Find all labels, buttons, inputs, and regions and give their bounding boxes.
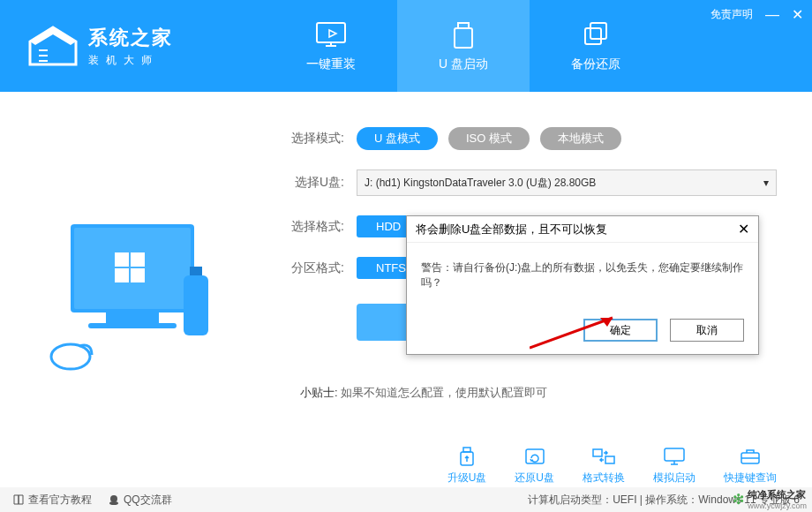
dialog-body: 警告：请自行备份(J:)盘上的所有数据，以免丢失，您确定要继续制作吗？ bbox=[407, 243, 758, 312]
mode-local-button[interactable]: 本地模式 bbox=[540, 127, 621, 150]
udisk-label: 选择U盘: bbox=[282, 175, 344, 191]
top-tabs: 一键重装 U 盘启动 备份还原 bbox=[265, 0, 662, 92]
restore-icon bbox=[523, 446, 547, 467]
tab-one-key-install[interactable]: 一键重装 bbox=[265, 0, 397, 92]
tool-hotkey-lookup[interactable]: 快捷键查询 bbox=[724, 446, 777, 486]
qq-icon bbox=[108, 493, 120, 506]
usb-drive-icon bbox=[446, 19, 481, 51]
svg-rect-21 bbox=[665, 448, 684, 461]
svg-point-24 bbox=[109, 501, 118, 505]
disclaimer-link[interactable]: 免责声明 bbox=[710, 7, 753, 22]
mode-iso-button[interactable]: ISO 模式 bbox=[448, 127, 530, 150]
book-icon bbox=[12, 493, 25, 506]
close-button[interactable]: ✕ bbox=[792, 8, 803, 22]
tool-convert-format[interactable]: 格式转换 bbox=[583, 446, 625, 486]
monitor-cursor-icon bbox=[313, 19, 349, 51]
minimize-button[interactable]: — bbox=[765, 8, 779, 22]
svg-rect-12 bbox=[88, 323, 177, 328]
tip-label: 小贴士: bbox=[300, 386, 338, 399]
svg-rect-14 bbox=[184, 275, 208, 335]
svg-rect-0 bbox=[317, 23, 345, 42]
mode-label: 选择模式: bbox=[282, 131, 344, 147]
mode-usb-button[interactable]: U 盘模式 bbox=[357, 127, 438, 150]
dialog-title: 将会删除U盘全部数据，且不可以恢复 bbox=[416, 222, 607, 237]
monitor-icon bbox=[662, 446, 687, 467]
part-label: 分区格式: bbox=[282, 260, 344, 276]
leaf-icon: ❇ bbox=[733, 491, 744, 508]
house-logo-icon bbox=[26, 24, 79, 68]
bottom-tools: 升级U盘 还原U盘 格式转换 模拟启动 快捷键查询 bbox=[447, 446, 777, 486]
svg-rect-10 bbox=[131, 268, 145, 282]
logo-title: 系统之家 bbox=[88, 25, 173, 51]
svg-rect-3 bbox=[585, 28, 601, 44]
dialog-cancel-button[interactable]: 取消 bbox=[670, 319, 744, 342]
footer-tutorial-link[interactable]: 查看官方教程 bbox=[12, 493, 92, 508]
svg-rect-19 bbox=[593, 449, 602, 456]
svg-rect-2 bbox=[455, 28, 472, 48]
dialog-ok-button[interactable]: 确定 bbox=[583, 319, 658, 342]
tool-restore-usb[interactable]: 还原U盘 bbox=[515, 446, 554, 486]
tip-row: 小贴士: 如果不知道怎么配置，使用默认配置即可 bbox=[300, 385, 777, 401]
illustration bbox=[0, 92, 265, 480]
tab-usb-boot[interactable]: U 盘启动 bbox=[397, 0, 530, 92]
dialog-close-icon[interactable]: ✕ bbox=[738, 221, 749, 237]
udisk-select[interactable]: J: (hd1) KingstonDataTraveler 3.0 (U盘) 2… bbox=[357, 169, 777, 196]
watermark: ❇ 纯净系统之家 www.ycwjzy.com bbox=[733, 488, 807, 510]
footer-qq-link[interactable]: QQ交流群 bbox=[108, 493, 172, 508]
chevron-down-icon: ▾ bbox=[763, 177, 769, 189]
usb-up-icon bbox=[455, 446, 479, 467]
fs-label: 选择格式: bbox=[282, 219, 344, 235]
toolbox-icon bbox=[738, 446, 763, 467]
tool-simulate-boot[interactable]: 模拟启动 bbox=[653, 446, 695, 486]
svg-rect-20 bbox=[605, 456, 614, 463]
tip-text: 如果不知道怎么配置，使用默认配置即可 bbox=[341, 386, 547, 399]
confirm-dialog: 将会删除U盘全部数据，且不可以恢复 ✕ 警告：请自行备份(J:)盘上的所有数据，… bbox=[406, 215, 759, 355]
tool-upgrade-usb[interactable]: 升级U盘 bbox=[447, 446, 487, 486]
svg-point-23 bbox=[110, 495, 117, 502]
svg-rect-8 bbox=[131, 252, 145, 267]
header: 系统之家 装机大师 一键重装 U 盘启动 备份还原 免责声明 — ✕ bbox=[0, 0, 812, 92]
svg-rect-7 bbox=[115, 252, 129, 267]
tab-backup-restore[interactable]: 备份还原 bbox=[530, 0, 662, 92]
svg-point-15 bbox=[51, 344, 90, 369]
logo: 系统之家 装机大师 bbox=[0, 24, 265, 68]
svg-rect-13 bbox=[190, 267, 202, 275]
svg-rect-11 bbox=[106, 312, 159, 323]
udisk-value: J: (hd1) KingstonDataTraveler 3.0 (U盘) 2… bbox=[365, 176, 596, 191]
logo-subtitle: 装机大师 bbox=[88, 53, 173, 68]
svg-rect-9 bbox=[115, 268, 129, 282]
footer: 查看官方教程 QQ交流群 计算机启动类型：UEFI | 操作系统：Windows… bbox=[0, 487, 812, 512]
convert-icon bbox=[591, 446, 616, 467]
window-controls: 免责声明 — ✕ bbox=[710, 7, 803, 22]
svg-rect-4 bbox=[590, 23, 606, 39]
copy-icon bbox=[578, 19, 613, 51]
